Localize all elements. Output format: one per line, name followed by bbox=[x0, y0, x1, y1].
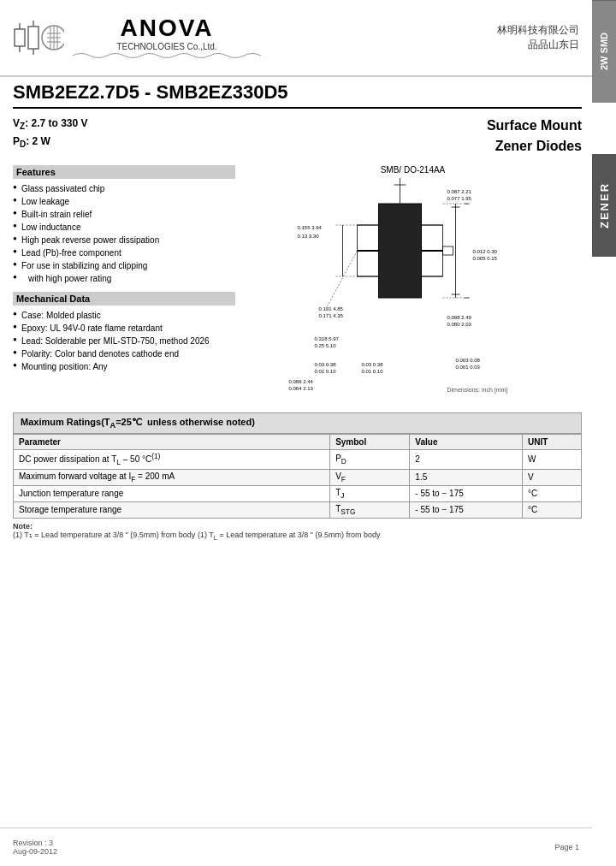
svg-text:0.098  2.49: 0.098 2.49 bbox=[447, 315, 472, 320]
pd-spec: PD: 2 W bbox=[13, 133, 88, 151]
brand-name: ANOVA bbox=[73, 15, 261, 42]
svg-text:0.086  2.44: 0.086 2.44 bbox=[289, 379, 314, 384]
feature-item: Built-in strain relief bbox=[13, 208, 235, 221]
row-unit: V bbox=[523, 469, 582, 485]
row-symbol: VF bbox=[330, 469, 410, 485]
col-value: Value bbox=[410, 435, 523, 450]
revision-label: Revision : 3 bbox=[13, 839, 57, 847]
feature-item: Lead (Pb)-free component bbox=[13, 246, 235, 259]
tab-zener: ZENER bbox=[592, 154, 616, 257]
footer-left: Revision : 3 Aug-09-2012 bbox=[13, 839, 57, 856]
svg-text:0.03   0.38: 0.03 0.38 bbox=[315, 362, 337, 367]
svg-text:0.318  5.97: 0.318 5.97 bbox=[315, 336, 340, 341]
svg-text:0.01   0.10: 0.01 0.10 bbox=[362, 369, 384, 374]
date-label: Aug-09-2012 bbox=[13, 847, 57, 856]
chinese-text-1: 林明科技有限公司 bbox=[497, 23, 579, 38]
row-value: 2 bbox=[410, 450, 523, 469]
header-right-text: 林明科技有限公司 品品山东日 bbox=[497, 23, 579, 52]
row-symbol: PD bbox=[330, 450, 410, 469]
page-footer: Revision : 3 Aug-09-2012 Page 1 bbox=[0, 827, 592, 866]
row-value: 1.5 bbox=[410, 469, 523, 485]
svg-rect-0 bbox=[15, 29, 25, 46]
table-row: Storage temperature range TSTG - 55 to −… bbox=[14, 501, 582, 518]
logo-components-icon bbox=[13, 16, 64, 59]
svg-rect-3 bbox=[28, 27, 38, 49]
row-parameter: Junction temperature range bbox=[14, 485, 330, 501]
table-section: Maximum Ratings(TA=25℃ unless otherwise … bbox=[13, 412, 582, 541]
tab-2w-smd: 2W SMD bbox=[592, 0, 616, 103]
svg-text:0.005  0.15: 0.005 0.15 bbox=[473, 256, 498, 261]
logo-text: ANOVA TECHNOLOGIES Co.,Ltd. bbox=[73, 15, 261, 62]
table-note: Note: (1) T₁ = Lead temperature at 3/8 "… bbox=[13, 522, 582, 542]
surface-mount-label: Surface Mount bbox=[487, 116, 582, 136]
right-tabs: 2W SMD ZENER bbox=[592, 0, 616, 866]
svg-text:0.155  3.94: 0.155 3.94 bbox=[298, 225, 323, 230]
brand-sub: TECHNOLOGIES Co.,Ltd. bbox=[73, 42, 261, 51]
table-header: Maximum Ratings(TA=25℃ unless otherwise … bbox=[13, 412, 582, 434]
svg-text:0.077  1.95: 0.077 1.95 bbox=[447, 196, 472, 201]
svg-rect-13 bbox=[379, 204, 422, 298]
page-header: ANOVA TECHNOLOGIES Co.,Ltd. 林明科技有限公司 品品山… bbox=[0, 0, 592, 77]
mechanical-header: Mechanical Data bbox=[13, 292, 235, 305]
feature-item: Low leakage bbox=[13, 195, 235, 208]
row-symbol: TSTG bbox=[330, 501, 410, 518]
feature-item: High peak reverse power dissipation bbox=[13, 234, 235, 246]
wave-decoration bbox=[73, 51, 261, 60]
spec-left: VZ: 2.7 to 330 V PD: 2 W bbox=[13, 116, 88, 157]
svg-text:0.064  2.13: 0.064 2.13 bbox=[289, 386, 314, 391]
left-column: Features Glass passivated chip Low leaka… bbox=[13, 165, 235, 402]
svg-text:0.087  2.21: 0.087 2.21 bbox=[447, 189, 472, 194]
logo-icons bbox=[13, 16, 64, 59]
row-parameter: Maximum forward voltage at IF = 200 mA bbox=[14, 469, 330, 485]
specs-row: VZ: 2.7 to 330 V PD: 2 W Surface Mount Z… bbox=[13, 116, 582, 157]
svg-text:0.25   5.10: 0.25 5.10 bbox=[315, 343, 337, 348]
row-parameter: Storage temperature range bbox=[14, 501, 330, 518]
two-column-layout: Features Glass passivated chip Low leaka… bbox=[13, 165, 582, 402]
table-row: DC power dissipation at TL – 50 °C(1) PD… bbox=[14, 450, 582, 469]
mech-item: Mounting position: Any bbox=[13, 360, 235, 373]
row-unit: °C bbox=[523, 501, 582, 518]
row-symbol: TJ bbox=[330, 485, 410, 501]
svg-text:0.03   0.38: 0.03 0.38 bbox=[362, 362, 384, 367]
mech-item: Epoxy: UL 94V-0 rate flame retardant bbox=[13, 322, 235, 335]
vz-spec: VZ: 2.7 to 330 V bbox=[13, 116, 88, 133]
chinese-text-2: 品品山东日 bbox=[497, 38, 579, 52]
svg-line-32 bbox=[328, 251, 358, 306]
zener-diodes-label: Zener Diodes bbox=[487, 136, 582, 157]
svg-text:0.171  4.35: 0.171 4.35 bbox=[319, 313, 344, 318]
features-header: Features bbox=[13, 165, 235, 179]
svg-text:0.001  0.03: 0.001 0.03 bbox=[456, 365, 481, 370]
table-row: Maximum forward voltage at IF = 200 mA V… bbox=[14, 469, 582, 485]
feature-item: Low inductance bbox=[13, 221, 235, 234]
spec-right: Surface Mount Zener Diodes bbox=[487, 116, 582, 157]
mechanical-list: Case: Molded plastic Epoxy: UL 94V-0 rat… bbox=[13, 309, 235, 373]
features-list: Glass passivated chip Low leakage Built-… bbox=[13, 182, 235, 285]
feature-item: with high power rating bbox=[13, 272, 235, 285]
row-value: - 55 to − 175 bbox=[410, 501, 523, 518]
row-value: - 55 to − 175 bbox=[410, 485, 523, 501]
table-row: Junction temperature range TJ - 55 to − … bbox=[14, 485, 582, 501]
component-diagram: 0.087 2.21 0.077 1.95 0.155 3.94 0.13 3.… bbox=[244, 178, 582, 400]
main-content: SMB2EZ2.7D5 - SMB2EZ330D5 VZ: 2.7 to 330… bbox=[13, 81, 582, 823]
row-unit: W bbox=[523, 450, 582, 469]
package-label: SMB/ DO-214AA bbox=[244, 165, 582, 175]
svg-rect-54 bbox=[443, 246, 453, 255]
col-unit: UNIT bbox=[523, 435, 582, 450]
right-column: SMB/ DO-214AA 0.087 2.21 0.077 1.95 bbox=[244, 165, 582, 402]
ratings-table: Parameter Symbol Value UNIT DC power dis… bbox=[13, 434, 582, 518]
svg-text:0.13   3.30: 0.13 3.30 bbox=[298, 234, 320, 239]
svg-text:0.080  2.03: 0.080 2.03 bbox=[447, 322, 472, 327]
logo-area: ANOVA TECHNOLOGIES Co.,Ltd. bbox=[13, 15, 261, 62]
svg-text:0.191  4.85: 0.191 4.85 bbox=[319, 306, 344, 311]
feature-item: For use in stabilizing and clipping bbox=[13, 259, 235, 272]
row-unit: °C bbox=[523, 485, 582, 501]
col-parameter: Parameter bbox=[14, 435, 330, 450]
page-number: Page 1 bbox=[554, 843, 579, 851]
svg-text:Dimensions: inch [mm]: Dimensions: inch [mm] bbox=[447, 387, 508, 394]
product-title: SMB2EZ2.7D5 - SMB2EZ330D5 bbox=[13, 81, 582, 109]
svg-text:0.01   0.10: 0.01 0.10 bbox=[315, 369, 337, 374]
svg-text:0.012  0.30: 0.012 0.30 bbox=[473, 249, 498, 254]
col-symbol: Symbol bbox=[330, 435, 410, 450]
mech-item: Lead: Solderable per MIL-STD-750, method… bbox=[13, 335, 235, 347]
svg-text:0.003  0.08: 0.003 0.08 bbox=[456, 358, 481, 363]
